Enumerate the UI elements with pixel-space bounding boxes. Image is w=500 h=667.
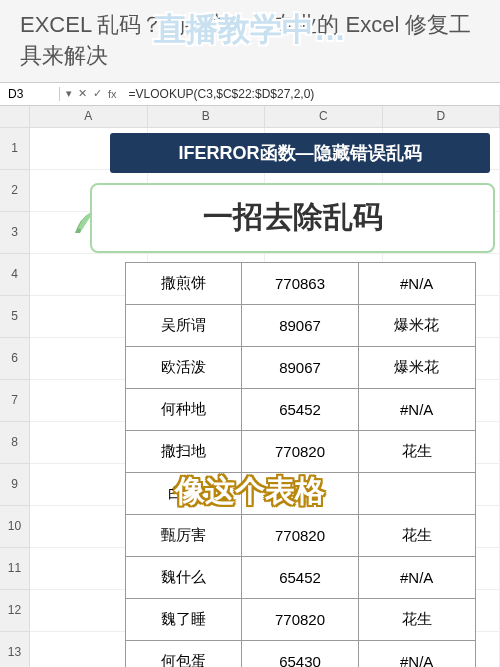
table-row: 甄厉害770820花生 xyxy=(125,515,475,557)
table-row: 魏了睡770820花生 xyxy=(125,599,475,641)
table-row: 何包蛋65430#N/A xyxy=(125,641,475,667)
fx-icon[interactable]: fx xyxy=(108,88,117,100)
dropdown-icon[interactable]: ▾ xyxy=(66,87,72,100)
table-row: 撒扫地770820花生 xyxy=(125,431,475,473)
data-table: 撒煎饼770863#N/A吴所谓89067爆米花欧活泼89067爆米花何种地65… xyxy=(125,263,475,667)
cancel-icon[interactable]: ✕ xyxy=(78,87,87,100)
table-cell[interactable]: 770820 xyxy=(241,430,359,473)
column-header[interactable]: B xyxy=(148,106,266,128)
table-cell[interactable]: #N/A xyxy=(358,388,476,431)
table-row: 吴所谓89067爆米花 xyxy=(125,305,475,347)
table-cell[interactable]: 89067 xyxy=(241,346,359,389)
row-header[interactable]: 13 xyxy=(0,632,30,667)
formula-bar: D3 ▾ ✕ ✓ fx =VLOOKUP(C3,$C$22:$D$27,2,0) xyxy=(0,82,500,106)
row-header[interactable]: 11 xyxy=(0,548,30,590)
spreadsheet: 1234567891011121314 ABCD IFERROR函数—隐藏错误乱… xyxy=(0,106,500,667)
row-header[interactable]: 4 xyxy=(0,254,30,296)
table-cell[interactable]: 爆米花 xyxy=(358,304,476,347)
overlay-title: 直播教学中… xyxy=(154,8,346,52)
table-cell[interactable]: 爆米花 xyxy=(358,346,476,389)
table-cell[interactable]: 770820 xyxy=(241,598,359,641)
table-row: 撒煎饼770863#N/A xyxy=(125,263,475,305)
table-row: 何种地65452#N/A xyxy=(125,389,475,431)
row-header[interactable]: 7 xyxy=(0,380,30,422)
row-headers: 1234567891011121314 xyxy=(0,106,30,667)
table-cell[interactable]: 770820 xyxy=(241,514,359,557)
table-cell[interactable]: 770863 xyxy=(241,262,359,305)
video-caption: 像这个表格 xyxy=(175,471,325,512)
row-header[interactable]: 8 xyxy=(0,422,30,464)
table-cell[interactable]: #N/A xyxy=(358,640,476,667)
column-headers: ABCD xyxy=(30,106,500,128)
content-area: IFERROR函数—隐藏错误乱码 一招去除乱码 撒煎饼770863#N/A吴所谓… xyxy=(30,128,500,667)
column-area: ABCD IFERROR函数—隐藏错误乱码 一招去除乱码 撒煎饼770863#N… xyxy=(30,106,500,667)
column-header[interactable]: A xyxy=(30,106,148,128)
table-row: 魏什么65452#N/A xyxy=(125,557,475,599)
row-header[interactable]: 12 xyxy=(0,590,30,632)
table-cell[interactable]: 撒扫地 xyxy=(125,430,243,473)
table-cell[interactable]: 何包蛋 xyxy=(125,640,243,667)
title-area: EXCEL 乱码？别担心，让专业的 Excel 修复工具来解决 直播教学中… xyxy=(0,0,500,82)
cell-reference[interactable]: D3 xyxy=(0,87,60,101)
row-header[interactable]: 1 xyxy=(0,128,30,170)
corner-cell[interactable] xyxy=(0,106,30,128)
table-cell[interactable]: 何种地 xyxy=(125,388,243,431)
table-row: 欧活泼89067爆米花 xyxy=(125,347,475,389)
table-cell[interactable]: 花生 xyxy=(358,598,476,641)
table-cell[interactable]: 欧活泼 xyxy=(125,346,243,389)
table-cell[interactable]: 花生 xyxy=(358,514,476,557)
table-cell[interactable]: 吴所谓 xyxy=(125,304,243,347)
table-cell[interactable]: 花生 xyxy=(358,430,476,473)
row-header[interactable]: 6 xyxy=(0,338,30,380)
table-cell[interactable]: 撒煎饼 xyxy=(125,262,243,305)
table-cell[interactable]: 魏什么 xyxy=(125,556,243,599)
main-banner: IFERROR函数—隐藏错误乱码 xyxy=(110,133,490,173)
formula-input[interactable]: =VLOOKUP(C3,$C$22:$D$27,2,0) xyxy=(123,87,500,101)
row-header[interactable]: 5 xyxy=(0,296,30,338)
table-cell[interactable]: #N/A xyxy=(358,262,476,305)
table-cell[interactable]: 65452 xyxy=(241,556,359,599)
table-cell[interactable]: 89067 xyxy=(241,304,359,347)
row-header[interactable]: 2 xyxy=(0,170,30,212)
row-header[interactable]: 9 xyxy=(0,464,30,506)
table-cell[interactable]: #N/A xyxy=(358,556,476,599)
table-cell[interactable]: 65452 xyxy=(241,388,359,431)
row-header[interactable]: 3 xyxy=(0,212,30,254)
fx-controls: ▾ ✕ ✓ fx xyxy=(60,87,123,100)
table-cell[interactable]: 65430 xyxy=(241,640,359,667)
column-header[interactable]: D xyxy=(383,106,501,128)
table-cell[interactable]: 魏了睡 xyxy=(125,598,243,641)
sub-banner: 一招去除乱码 xyxy=(90,183,495,253)
table-cell[interactable]: 甄厉害 xyxy=(125,514,243,557)
table-cell[interactable] xyxy=(358,472,476,515)
column-header[interactable]: C xyxy=(265,106,383,128)
row-header[interactable]: 10 xyxy=(0,506,30,548)
confirm-icon[interactable]: ✓ xyxy=(93,87,102,100)
